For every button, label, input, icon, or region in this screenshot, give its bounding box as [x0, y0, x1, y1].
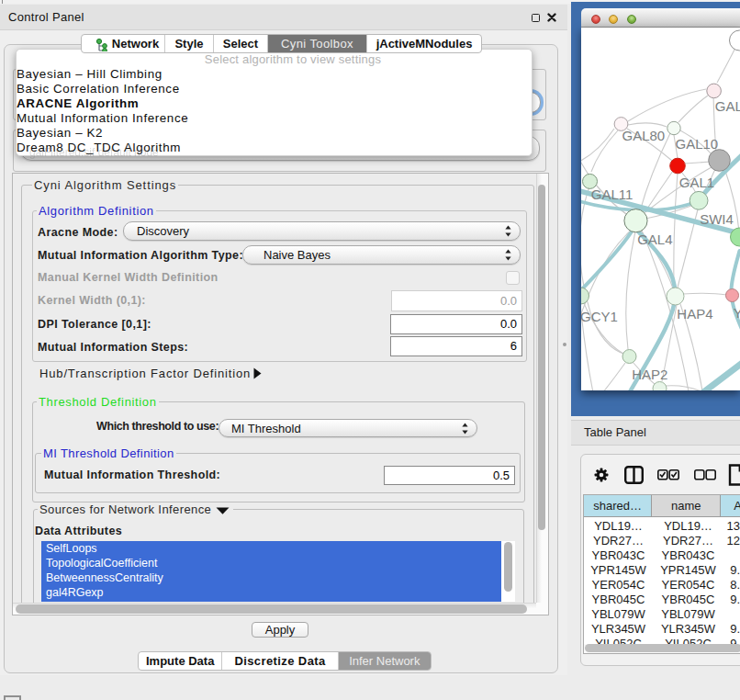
svg-text:HAP2: HAP2	[632, 367, 667, 382]
svg-text:GAL10: GAL10	[676, 136, 719, 152]
svg-text:HAP4: HAP4	[677, 306, 712, 322]
svg-text:GCY1: GCY1	[581, 309, 618, 324]
svg-text:YM: YM	[734, 305, 740, 321]
svg-text:GAL80: GAL80	[622, 128, 666, 143]
svg-text:SWI4: SWI4	[700, 211, 734, 227]
svg-text:GAL4: GAL4	[637, 231, 672, 247]
svg-text:GAL1: GAL1	[679, 175, 714, 190]
svg-text:GAL11: GAL11	[591, 186, 633, 202]
svg-text:GAL7: GAL7	[715, 98, 740, 114]
